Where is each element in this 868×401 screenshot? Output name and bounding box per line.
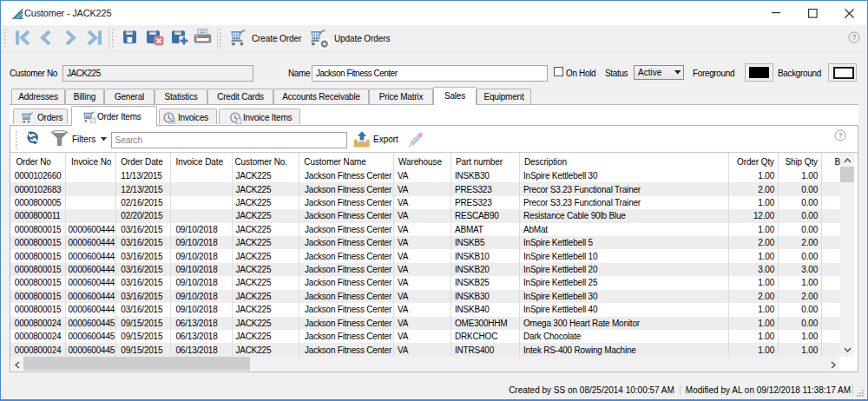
svg-text:?: ? xyxy=(838,131,843,140)
svg-text:?: ? xyxy=(852,33,857,42)
